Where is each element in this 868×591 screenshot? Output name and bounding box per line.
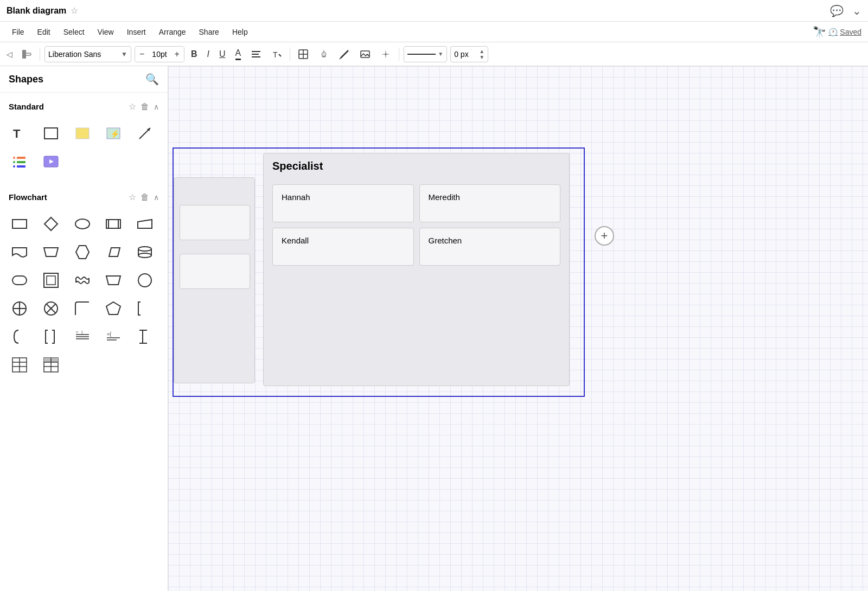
flowchart-document[interactable]: [7, 239, 33, 265]
shape-lightning-rectangle[interactable]: ⚡: [100, 120, 126, 146]
flowchart-hexagon[interactable]: [69, 239, 95, 265]
shape-yellow-rectangle[interactable]: [69, 120, 95, 146]
flowchart-trapezoid[interactable]: [38, 239, 64, 265]
menu-select[interactable]: Select: [58, 25, 90, 38]
bold-button[interactable]: B: [188, 47, 201, 61]
flowchart-diamond[interactable]: [38, 211, 64, 237]
stroke-width-arrows[interactable]: ▲ ▼: [479, 48, 484, 60]
shape-media-player[interactable]: [38, 149, 64, 175]
underline-button[interactable]: U: [216, 47, 229, 61]
specialist-card-kendall[interactable]: Kendall: [272, 228, 414, 266]
menu-help[interactable]: Help: [227, 25, 253, 38]
menu-insert[interactable]: Insert: [122, 25, 151, 38]
clock-icon: 🕐: [828, 28, 838, 36]
fill-color-button[interactable]: [315, 47, 333, 62]
image-shape-button[interactable]: [356, 47, 374, 62]
flowchart-table-1[interactable]: [7, 352, 33, 378]
menu-share[interactable]: Share: [194, 25, 225, 38]
specialist-container[interactable]: Specialist Hannah Meredith Kendall Gretc…: [263, 153, 570, 386]
flowchart-circle[interactable]: [132, 267, 158, 293]
flowchart-parallelogram[interactable]: [100, 239, 126, 265]
shape-text[interactable]: T: [7, 120, 33, 146]
flowchart-x-circle[interactable]: [38, 295, 64, 322]
flowchart-pentagon[interactable]: [100, 295, 126, 322]
svg-text:T: T: [13, 127, 21, 140]
sidebar-search-icon[interactable]: 🔍: [145, 73, 159, 86]
flowchart-rounded-rect[interactable]: [7, 267, 33, 293]
left-panel-item-1[interactable]: [180, 205, 250, 240]
sidebar: Shapes 🔍 Standard ☆ 🗑 ∧ T: [0, 66, 168, 591]
stroke-decrease-arrow[interactable]: ▼: [479, 54, 484, 60]
menu-file[interactable]: File: [7, 25, 30, 38]
chevron-icon[interactable]: ⌄: [852, 4, 861, 17]
stroke-increase-arrow[interactable]: ▲: [479, 48, 484, 54]
specialist-title: Specialist: [264, 153, 569, 179]
menu-edit[interactable]: Edit: [32, 25, 56, 38]
line-style-selector[interactable]: ▼: [404, 46, 447, 62]
flowchart-table-2[interactable]: [38, 352, 64, 378]
svg-point-22: [13, 161, 15, 163]
flowchart-partial-bracket[interactable]: [132, 295, 158, 322]
flowchart-rectangle[interactable]: [7, 211, 33, 237]
shape-arrow-diagonal[interactable]: [132, 120, 158, 146]
flowchart-bracket-left[interactable]: [7, 324, 33, 350]
text-format-button[interactable]: T: [268, 47, 285, 62]
flowchart-frame[interactable]: [38, 267, 64, 293]
svg-rect-28: [12, 220, 27, 228]
flowchart-lines-code[interactable]: ={: [100, 324, 126, 350]
align-button[interactable]: [247, 47, 265, 62]
flowchart-trapezoid-down[interactable]: [100, 267, 126, 293]
main-layout: Shapes 🔍 Standard ☆ 🗑 ∧ T: [0, 66, 868, 591]
standard-trash-icon[interactable]: 🗑: [141, 102, 149, 112]
stroke-width-control[interactable]: 0 px ▲ ▼: [450, 46, 488, 62]
font-size-decrease-button[interactable]: −: [135, 47, 149, 62]
flowchart-collapse-icon[interactable]: ∧: [154, 193, 159, 202]
table-insert-button[interactable]: [295, 47, 312, 62]
menu-arrange[interactable]: Arrange: [154, 25, 192, 38]
flowchart-bracket-right[interactable]: [38, 324, 64, 350]
flowchart-bracket-open[interactable]: [132, 324, 158, 350]
menu-view[interactable]: View: [92, 25, 119, 38]
specialist-name-gretchen: Gretchen: [429, 236, 462, 245]
flowchart-sub-process[interactable]: [100, 211, 126, 237]
flowchart-ellipse[interactable]: [69, 211, 95, 237]
ai-sparkle-button[interactable]: [377, 47, 394, 62]
shape-rectangle[interactable]: [38, 120, 64, 146]
specialist-card-hannah[interactable]: Hannah: [272, 184, 414, 222]
add-node-button[interactable]: +: [595, 226, 614, 246]
stroke-width-value: 0 px: [454, 50, 479, 59]
line-style-arrow-icon: ▼: [438, 51, 443, 57]
comment-icon[interactable]: 💬: [830, 4, 844, 17]
standard-star-icon[interactable]: ☆: [129, 101, 136, 112]
flowchart-cross-circle[interactable]: [7, 295, 33, 322]
text-color-a-label: A: [235, 48, 241, 60]
specialist-name-meredith: Meredith: [429, 192, 460, 202]
italic-button[interactable]: I: [204, 47, 213, 61]
collapse-left-icon[interactable]: ◁: [4, 48, 15, 61]
paint-format-button[interactable]: [18, 47, 35, 62]
text-color-button[interactable]: A: [232, 46, 245, 62]
svg-point-48: [138, 274, 151, 287]
star-icon[interactable]: ☆: [71, 5, 78, 16]
stroke-color-button[interactable]: [336, 47, 353, 62]
svg-rect-0: [22, 50, 26, 59]
svg-line-11: [340, 58, 341, 59]
flowchart-lines-label[interactable]: =}: [69, 324, 95, 350]
svg-text:=: =: [76, 330, 78, 334]
font-family-selector[interactable]: Liberation Sans ▼: [44, 46, 131, 62]
specialist-card-gretchen[interactable]: Gretchen: [419, 228, 561, 266]
standard-collapse-icon[interactable]: ∧: [154, 102, 159, 111]
left-panel-item-2[interactable]: [180, 254, 250, 289]
canvas-area[interactable]: Specialist Hannah Meredith Kendall Gretc…: [168, 66, 868, 591]
flowchart-wavy-rect[interactable]: [69, 267, 95, 293]
flowchart-manual-input[interactable]: [132, 211, 158, 237]
search-binoculars-icon[interactable]: 🔭: [813, 25, 826, 38]
flowchart-trash-icon[interactable]: 🗑: [141, 192, 149, 202]
specialist-card-meredith[interactable]: Meredith: [419, 184, 561, 222]
flowchart-cylinder[interactable]: [132, 239, 158, 265]
sidebar-section-header-standard: Standard ☆ 🗑 ∧: [0, 97, 168, 116]
flowchart-rounded-corner[interactable]: [69, 295, 95, 322]
shape-list[interactable]: [7, 149, 33, 175]
font-size-increase-button[interactable]: +: [170, 47, 184, 62]
flowchart-star-icon[interactable]: ☆: [129, 192, 136, 202]
